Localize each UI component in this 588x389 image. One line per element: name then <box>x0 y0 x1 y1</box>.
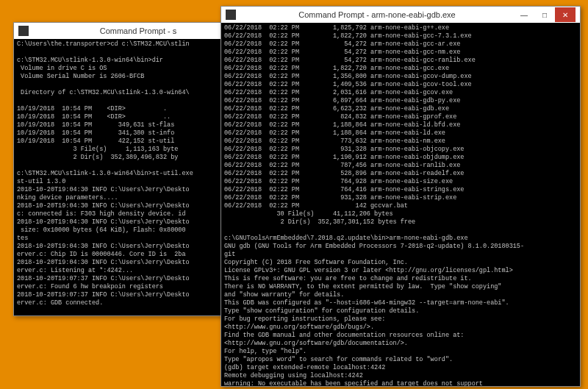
titlebar[interactable]: Command Prompt - s <box>14 23 248 39</box>
terminal-line: 10/19/2018 10:54 PM 341,380 st-info <box>17 129 245 138</box>
terminal-line: Type "apropos word" to search for comman… <box>224 356 577 364</box>
terminal-line: 06/22/2018 02:22 PM 931,328 arm-none-eab… <box>224 194 577 202</box>
terminal-output[interactable]: 06/22/2018 02:22 PM 1,825,792 arm-none-e… <box>221 23 580 386</box>
terminal-line: git <box>224 251 577 259</box>
terminal-line: Remote debugging using localhost:4242 <box>224 372 577 380</box>
terminal-line: 06/22/2018 02:22 PM 764,928 arm-none-eab… <box>224 178 577 186</box>
terminal-line: c:\GNUToolsArmEmbedded\7.2018.q2.update\… <box>224 235 577 243</box>
terminal-line: (gdb) target extended-remote localhost:4… <box>224 364 577 372</box>
terminal-line: 10/19/2018 10:54 PM <DIR> . <box>17 105 245 113</box>
terminal-line: erver.c: Listening at *:4242... <box>17 267 245 275</box>
terminal-line: 10/19/2018 10:54 PM <DIR> .. <box>17 113 245 121</box>
terminal-line <box>17 97 245 105</box>
terminal-line: 06/22/2018 02:22 PM 54,272 arm-none-eabi… <box>224 57 577 65</box>
terminal-line: For bug reporting instructions, please s… <box>224 315 577 324</box>
terminal-line: 06/22/2018 02:22 PM 2,031,616 arm-none-e… <box>224 89 577 97</box>
terminal-line: 06/22/2018 02:22 PM 528,896 arm-none-eab… <box>224 170 577 178</box>
terminal-line: 10/19/2018 10:54 PM 349,631 st-flas <box>17 121 245 129</box>
terminal-line <box>17 307 245 315</box>
terminal-line: 2 Dir(s) 352,387,301,152 bytes free <box>224 218 577 226</box>
terminal-line: 06/22/2018 02:22 PM 787,456 arm-none-eab… <box>224 162 577 170</box>
window-title: Command Prompt - arm-none-eabi-gdb.exe <box>240 10 514 19</box>
terminal-line: erver.c: Chip ID is 00000446. Core ID is… <box>17 251 245 259</box>
terminal-line: and "show warranty" for details. <box>224 291 577 299</box>
minimize-button[interactable]: — <box>514 7 534 22</box>
terminal-line: 06/22/2018 02:22 PM 54,272 arm-none-eabi… <box>224 40 577 49</box>
terminal-line: c:\STM32.MCU\stlink-1.3.0-win64\bin>dir <box>17 57 245 65</box>
terminal-line: For help, type "help". <box>224 348 577 356</box>
terminal-line: <http://www.gnu.org/software/gdb/documen… <box>224 340 577 348</box>
terminal-line: 06/22/2018 02:22 PM 1,188,864 arm-none-e… <box>224 121 577 129</box>
terminal-line: 06/22/2018 02:22 PM 1,190,912 arm-none-e… <box>224 154 577 162</box>
terminal-line: tes <box>17 235 245 243</box>
terminal-line: 2018-10-20T19:07:37 INFO C:\Users\Jerry\… <box>17 291 245 299</box>
terminal-line: Copyright (C) 2018 Free Software Foundat… <box>224 259 577 267</box>
terminal-line <box>224 226 577 235</box>
cmd-window-gdb: Command Prompt - arm-none-eabi-gdb.exe —… <box>220 6 581 387</box>
terminal-line: 2018-10-20T19:07:37 INFO C:\Users\Jerry\… <box>17 275 245 283</box>
terminal-line: C:\Users\the.transporter>cd c:\STM32.MCU… <box>17 40 245 49</box>
close-button[interactable]: ✕ <box>555 7 576 22</box>
terminal-line: 3 File(s) 1,113,163 byte <box>17 146 245 154</box>
terminal-line: 2018-10-20T19:04:30 INFO C:\Users\Jerry\… <box>17 218 245 226</box>
terminal-line: 06/22/2018 02:22 PM 931,328 arm-none-eab… <box>224 146 577 154</box>
terminal-line: c: connected is: F303 high density devic… <box>17 210 245 218</box>
terminal-line: erver.c: Found 6 hw breakpoin registers <box>17 283 245 291</box>
terminal-line: 06/22/2018 02:22 PM 142 gccvar.bat <box>224 202 577 210</box>
terminal-line: Volume Serial Number is 2606-BFCB <box>17 73 245 81</box>
terminal-line: 06/22/2018 02:22 PM 6,623,232 arm-none-e… <box>224 105 577 113</box>
terminal-line: 06/22/2018 02:22 PM 1,409,536 arm-none-e… <box>224 81 577 89</box>
terminal-line: This is free software: you are free to c… <box>224 275 577 283</box>
terminal-line: Find the GDB manual and other documentat… <box>224 332 577 340</box>
terminal-line: 06/22/2018 02:22 PM 1,822,720 arm-none-e… <box>224 32 577 40</box>
terminal-line: 10/19/2018 10:54 PM 422,152 st-util <box>17 138 245 146</box>
terminal-line: 2018-10-20T19:04:30 INFO C:\Users\Jerry\… <box>17 259 245 267</box>
terminal-line: 06/22/2018 02:22 PM 1,822,720 arm-none-e… <box>224 65 577 73</box>
terminal-line: Type "show configuration" for configurat… <box>224 307 577 315</box>
terminal-line: 06/22/2018 02:22 PM 1,188,864 arm-none-e… <box>224 129 577 138</box>
terminal-line: Volume in drive C is OS <box>17 65 245 73</box>
terminal-line: 06/22/2018 02:22 PM 1,356,800 arm-none-e… <box>224 73 577 81</box>
terminal-line: 30 File(s) 41,112,206 bytes <box>224 210 577 218</box>
terminal-line <box>17 81 245 89</box>
terminal-line: 06/22/2018 02:22 PM 764,416 arm-none-eab… <box>224 186 577 194</box>
terminal-line: License GPLv3+: GNU GPL version 3 or lat… <box>224 267 577 275</box>
terminal-line: 06/22/2018 02:22 PM 6,897,664 arm-none-e… <box>224 97 577 105</box>
window-title: Command Prompt - s <box>33 26 243 35</box>
terminal-line: GNU gdb (GNU Tools for Arm Embedded Proc… <box>224 243 577 251</box>
terminal-line: There is NO WARRANTY, to the extent perm… <box>224 283 577 291</box>
terminal-line: 06/22/2018 02:22 PM 773,632 arm-none-eab… <box>224 138 577 146</box>
cmd-icon <box>226 10 236 20</box>
terminal-output[interactable]: C:\Users\the.transporter>cd c:\STM32.MCU… <box>14 39 248 315</box>
terminal-line: 2018-10-20T19:04:30 INFO C:\Users\Jerry\… <box>17 243 245 251</box>
terminal-line: 2018-10-20T19:04:30 INFO C:\Users\Jerry\… <box>17 202 245 210</box>
cmd-icon <box>18 26 29 36</box>
terminal-line: st-util 1.3.0 <box>17 178 245 186</box>
terminal-line: warning: No executable has been specifie… <box>224 380 577 386</box>
terminal-line: c:\STM32.MCU\stlink-1.3.0-win64\bin>st-u… <box>17 170 245 178</box>
terminal-line: nking device parameters.... <box>17 194 245 202</box>
terminal-line: <http://www.gnu.org/software/gdb/bugs/>. <box>224 324 577 332</box>
terminal-line: Directory of c:\STM32.MCU\stlink-1.3.0-w… <box>17 89 245 97</box>
maximize-button[interactable]: □ <box>534 7 555 22</box>
terminal-line: erver.c: GDB connected. <box>17 299 245 307</box>
terminal-line: 2018-10-20T19:04:30 INFO C:\Users\Jerry\… <box>17 186 245 194</box>
terminal-line: 2 Dir(s) 352,389,496,832 by <box>17 154 245 162</box>
terminal-line: 06/22/2018 02:22 PM 1,825,792 arm-none-e… <box>224 24 577 32</box>
terminal-line <box>17 162 245 170</box>
titlebar[interactable]: Command Prompt - arm-none-eabi-gdb.exe —… <box>221 7 580 23</box>
terminal-line: 06/22/2018 02:22 PM 824,832 arm-none-eab… <box>224 113 577 121</box>
terminal-line: This GDB was configured as "--host=i686-… <box>224 299 577 307</box>
terminal-line: 06/22/2018 02:22 PM 54,272 arm-none-eabi… <box>224 49 577 57</box>
cmd-window-stutil: Command Prompt - s C:\Users\the.transpor… <box>13 22 248 316</box>
terminal-line <box>17 49 245 57</box>
window-controls: — □ ✕ <box>514 7 576 22</box>
terminal-line: size: 0x10000 bytes (64 KiB), Flash: 0x8… <box>17 226 245 235</box>
